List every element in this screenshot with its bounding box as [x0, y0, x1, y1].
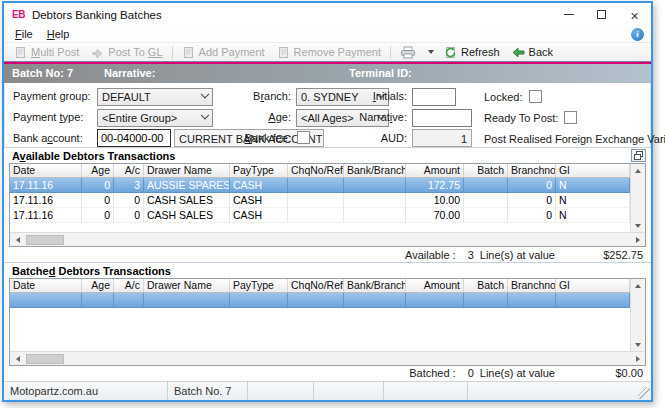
- column-header[interactable]: Drawer Name: [144, 164, 230, 177]
- table-cell: 0: [508, 208, 556, 223]
- close-button[interactable]: [618, 3, 651, 26]
- batch-no-label: Batch No: 7: [12, 67, 73, 79]
- terminal-id-label: Terminal ID:: [349, 67, 412, 79]
- payment-type-select[interactable]: <Entire Group>: [97, 109, 213, 127]
- column-header[interactable]: Date: [10, 164, 82, 177]
- column-header[interactable]: PayType: [230, 279, 288, 292]
- arrow-left-icon: [16, 356, 20, 362]
- initials-label: Initials:: [343, 88, 407, 105]
- table-cell: [230, 293, 288, 308]
- column-header[interactable]: A/c: [114, 164, 144, 177]
- table-cell: [464, 193, 508, 208]
- status-segment: [384, 382, 468, 400]
- status-segment-company: Motopartz.com.au: [4, 382, 168, 400]
- info-icon[interactable]: i: [631, 28, 644, 41]
- column-header[interactable]: Batch: [464, 164, 508, 177]
- table-cell: [344, 193, 406, 208]
- column-header[interactable]: PayType: [230, 164, 288, 177]
- scroll-down-button[interactable]: [631, 219, 646, 232]
- panel-toggle-button[interactable]: [631, 149, 646, 162]
- column-header[interactable]: Bank/Branch: [344, 279, 406, 292]
- scroll-up-button[interactable]: [631, 164, 646, 177]
- table-cell: [114, 293, 144, 308]
- print-button[interactable]: [394, 44, 426, 61]
- payment-group-label: Payment group:: [13, 88, 91, 105]
- remove-payment-button[interactable]: Remove Payment: [271, 44, 387, 61]
- table-cell: N: [556, 193, 630, 208]
- resize-grip[interactable]: [638, 387, 650, 399]
- refresh-button[interactable]: Refresh: [438, 44, 506, 61]
- multi-post-icon: [14, 46, 27, 59]
- table-cell: [288, 208, 344, 223]
- initials-input[interactable]: [412, 88, 456, 106]
- table-cell: [288, 293, 344, 308]
- table-cell: N: [556, 208, 630, 223]
- multi-post-button[interactable]: Multi Post: [8, 44, 85, 61]
- ready-to-post-checkbox[interactable]: [564, 111, 577, 124]
- table-cell: [344, 293, 406, 308]
- minimize-button[interactable]: [552, 3, 585, 26]
- scroll-right-button[interactable]: [630, 352, 645, 365]
- column-header[interactable]: Drawer Name: [144, 279, 230, 292]
- table-cell: [464, 178, 508, 193]
- table-cell: 70.00: [406, 208, 464, 223]
- column-header[interactable]: Branchno: [508, 279, 556, 292]
- column-header[interactable]: Bank/Branch: [344, 164, 406, 177]
- payment-group-select[interactable]: DEFAULT: [97, 88, 213, 106]
- scroll-left-button[interactable]: [10, 352, 25, 365]
- status-segment-batch-no: Batch No. 7: [168, 382, 248, 400]
- batched-unit: Line(s) at value: [480, 367, 555, 379]
- menu-item-file[interactable]: File: [8, 28, 40, 40]
- maximize-button[interactable]: [585, 3, 618, 26]
- column-header[interactable]: Batch: [464, 279, 508, 292]
- bank-fee-checkbox[interactable]: [297, 131, 310, 144]
- scroll-left-button[interactable]: [10, 233, 25, 246]
- column-header[interactable]: Amount: [406, 164, 464, 177]
- table-cell: [406, 293, 464, 308]
- section-title: Available Debtors Transactions: [12, 150, 175, 162]
- table-cell: [10, 293, 82, 308]
- column-header[interactable]: Date: [10, 279, 82, 292]
- column-header[interactable]: Gl: [556, 279, 630, 292]
- narrative-input[interactable]: [412, 109, 472, 127]
- column-header[interactable]: Age: [82, 164, 114, 177]
- bank-account-code-input[interactable]: [97, 129, 171, 147]
- add-payment-icon: [182, 46, 195, 59]
- column-header[interactable]: ChqNo/Ref: [288, 279, 344, 292]
- scroll-up-button[interactable]: [631, 279, 646, 292]
- column-header[interactable]: ChqNo/Ref: [288, 164, 344, 177]
- table-row[interactable]: 17.11.1600CASH SALESCASH10.000N: [10, 193, 630, 208]
- refresh-icon: [444, 46, 457, 59]
- table-cell: CASH: [230, 208, 288, 223]
- scrollbar-thumb[interactable]: [26, 235, 64, 245]
- vertical-scrollbar[interactable]: [630, 279, 645, 351]
- post-to-gl-button[interactable]: Post To GL: [85, 44, 168, 61]
- add-payment-button[interactable]: Add Payment: [176, 44, 271, 61]
- menu-item-help[interactable]: Help: [40, 28, 77, 40]
- vertical-scrollbar[interactable]: [630, 164, 645, 232]
- available-count: 3: [468, 249, 474, 261]
- print-dropdown-icon[interactable]: [428, 50, 434, 54]
- column-header[interactable]: A/c: [114, 279, 144, 292]
- column-header[interactable]: Amount: [406, 279, 464, 292]
- aud-label: AUD:: [343, 130, 407, 147]
- table-row[interactable]: 17.11.1603AUSSIE SPARESCASH172.750N: [10, 178, 630, 193]
- column-header[interactable]: Age: [82, 279, 114, 292]
- column-header[interactable]: Branchno: [508, 164, 556, 177]
- table-row[interactable]: [10, 293, 630, 308]
- available-unit: Line(s) at value: [480, 249, 555, 261]
- horizontal-scrollbar[interactable]: [10, 232, 645, 246]
- available-summary-label: Available :: [405, 249, 456, 261]
- locked-checkbox[interactable]: [529, 90, 542, 103]
- scroll-down-button[interactable]: [631, 338, 646, 351]
- arrow-down-icon: [635, 224, 641, 228]
- column-header[interactable]: Gl: [556, 164, 630, 177]
- scrollbar-thumb[interactable]: [26, 354, 64, 364]
- back-button[interactable]: Back: [506, 44, 559, 61]
- horizontal-scrollbar[interactable]: [10, 351, 645, 365]
- scroll-right-button[interactable]: [630, 233, 645, 246]
- batched-summary-label: Batched :: [409, 367, 455, 379]
- batch-header-bar: Batch No: 7 Narrative: Terminal ID:: [4, 64, 651, 83]
- table-row[interactable]: 17.11.1600CASH SALESCASH70.000N: [10, 208, 630, 223]
- table-cell: [288, 193, 344, 208]
